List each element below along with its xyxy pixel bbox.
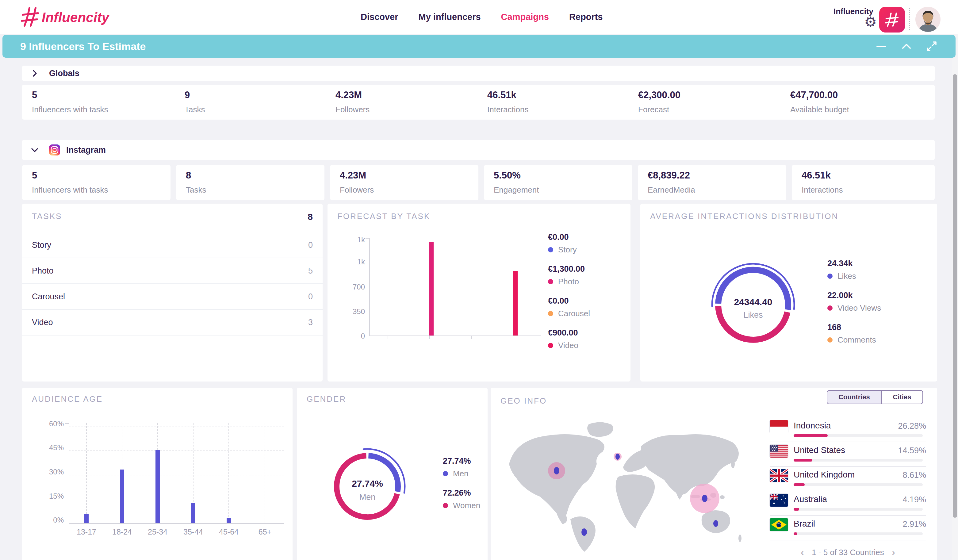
gear-icon[interactable]: ⚙	[864, 15, 877, 29]
legend-comments: 168 Comments	[827, 323, 876, 345]
map-marker-australia	[713, 520, 718, 527]
legend-label: Photo	[558, 277, 579, 286]
country-percent: 26.28%	[898, 421, 926, 431]
legend-value: €1,300.00	[548, 264, 585, 274]
geo-info-panel: GEO INFO Countries Cities	[491, 388, 937, 560]
scrollbar-track[interactable]	[952, 34, 958, 560]
task-row-photo[interactable]: Photo 5	[22, 258, 323, 284]
united-states-flag-icon	[770, 445, 788, 458]
gridline	[228, 423, 229, 523]
nav-reports[interactable]: Reports	[569, 12, 603, 22]
chevron-down-icon[interactable]	[31, 146, 39, 154]
x-tick-label: 65+	[251, 527, 279, 536]
legend-value: €0.00	[548, 232, 577, 242]
tasks-panel-title: TASKS	[32, 212, 62, 221]
y-tick-label: 1k	[343, 258, 365, 266]
influencity-logo[interactable]: Influencity	[20, 5, 112, 30]
legend-label: Men	[453, 469, 469, 478]
carousel-dot-icon	[548, 311, 553, 316]
task-row-video[interactable]: Video 3	[22, 310, 323, 336]
video-views-dot-icon	[827, 305, 833, 311]
task-row-carousel[interactable]: Carousel 0	[22, 284, 323, 310]
avg-interactions-panel: AVERAGE INTERACTIONS DISTRIBUTION 24344.…	[640, 204, 937, 382]
legend-label: Carousel	[558, 309, 590, 318]
gridline	[69, 475, 284, 475]
country-progress-track	[794, 434, 923, 437]
forecast-bar-video[interactable]	[513, 271, 518, 336]
age-bar-25-34[interactable]	[155, 450, 160, 523]
indonesia-flag-icon	[770, 420, 788, 433]
y-axis	[69, 423, 69, 524]
country-row-united-kingdom[interactable]: United Kingdom 8.61%	[770, 467, 926, 491]
men-dot-icon	[443, 471, 448, 476]
nav-my-influencers[interactable]: My influencers	[419, 12, 481, 22]
task-label: Story	[32, 240, 51, 250]
country-row-united-states[interactable]: United States 14.59%	[770, 442, 926, 467]
expand-icon[interactable]	[925, 40, 938, 52]
age-bar-35-44[interactable]	[191, 503, 195, 523]
y-tick-label: 350	[343, 307, 365, 316]
country-percent: 8.61%	[902, 470, 926, 480]
x-tick	[429, 336, 430, 339]
minimize-icon[interactable]	[875, 40, 887, 52]
united-kingdom-flag-icon	[770, 469, 788, 482]
forecast-bar-photo[interactable]	[429, 242, 434, 336]
x-tick	[388, 336, 388, 339]
stat-followers: 4.23M Followers	[335, 90, 483, 114]
toggle-cities[interactable]: Cities	[882, 391, 922, 404]
country-progress-fill	[794, 483, 805, 486]
map-sulawesi	[720, 495, 725, 499]
stat-value: 4.23M	[335, 90, 483, 101]
forecast-by-task-panel: FORECAST BY TASK 1k 1k 700 350 0 €0.00 S…	[328, 204, 630, 382]
women-dot-icon	[443, 503, 448, 508]
stat-influencers-with-tasks: 5 Influencers with tasks	[32, 90, 179, 114]
legend-label: Story	[558, 245, 577, 255]
y-tick-label: 30%	[42, 468, 64, 476]
main-nav: Discover My influencers Campaigns Report…	[361, 0, 603, 34]
task-row-story[interactable]: Story 0	[22, 232, 323, 258]
country-row-australia[interactable]: Australia 4.19%	[770, 491, 926, 516]
australia-flag-icon	[770, 494, 788, 507]
chevron-right-icon[interactable]	[31, 69, 39, 77]
x-tick-label: 18-24	[108, 527, 136, 536]
country-row-brazil[interactable]: Brazil 2.91%	[770, 516, 926, 540]
story-dot-icon	[548, 247, 553, 252]
ig-stat-earnedmedia-card: €8,839.22 EarnedMedia	[638, 165, 786, 200]
tasks-total-count: 8	[308, 212, 313, 222]
stat-label: Followers	[340, 185, 487, 195]
world-map[interactable]	[497, 411, 748, 560]
x-tick-label: 35-44	[179, 527, 207, 536]
user-avatar[interactable]	[915, 7, 941, 32]
nav-campaigns[interactable]: Campaigns	[501, 12, 549, 22]
stat-label: Interactions	[802, 185, 949, 195]
country-row-indonesia[interactable]: Indonesia 26.28%	[770, 418, 926, 442]
scrollbar-thumb[interactable]	[953, 74, 957, 518]
stat-label: Tasks	[186, 185, 333, 195]
stat-label: Influencers with tasks	[32, 185, 179, 195]
influencity-hash-icon[interactable]	[879, 7, 905, 33]
age-bar-13-17[interactable]	[84, 514, 89, 523]
y-axis-top-tick	[65, 423, 69, 424]
age-bar-18-24[interactable]	[120, 470, 124, 523]
stat-label: Interactions	[487, 105, 634, 114]
likes-dot-icon	[827, 274, 833, 279]
country-progress-fill	[794, 532, 797, 535]
legend-video: €900.00 Video	[548, 328, 578, 350]
pagination-next-icon[interactable]: ›	[892, 547, 895, 558]
stat-label: Available budget	[790, 105, 937, 114]
y-axis	[369, 238, 370, 336]
age-bar-45-64[interactable]	[227, 518, 231, 523]
toggle-countries[interactable]: Countries	[827, 391, 882, 404]
pagination-prev-icon[interactable]: ‹	[801, 547, 804, 558]
photo-dot-icon	[548, 279, 553, 284]
task-label: Carousel	[32, 292, 65, 301]
collapse-icon[interactable]	[900, 40, 913, 52]
ig-stat-tasks-card: 8 Tasks	[176, 165, 324, 200]
stat-value: 5	[32, 90, 179, 101]
task-label: Video	[32, 318, 53, 327]
task-count: 3	[308, 318, 313, 327]
nav-discover[interactable]: Discover	[361, 12, 398, 22]
legend-story: €0.00 Story	[548, 232, 577, 255]
gridline	[86, 423, 87, 523]
ig-stat-influencers-card: 5 Influencers with tasks	[22, 165, 171, 200]
